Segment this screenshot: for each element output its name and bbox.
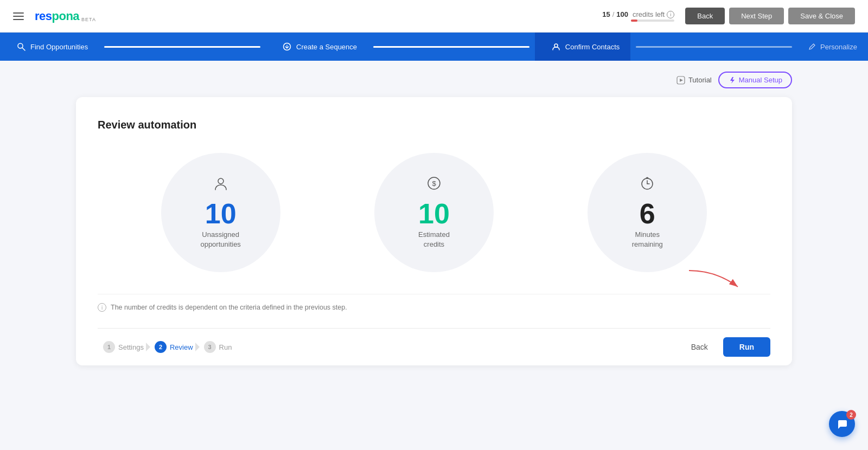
run-button[interactable]: Run <box>723 337 770 357</box>
step-run-label: Run <box>219 343 232 351</box>
step-settings: 1 Settings <box>98 341 149 353</box>
notice-text: The number of credits is dependent on th… <box>111 304 347 311</box>
manual-setup-label: Manual Setup <box>739 76 782 84</box>
wizard-connector-3 <box>636 46 792 48</box>
notice-row: i The number of credits is dependent on … <box>98 294 770 323</box>
stats-row: 10 Unassigned opportunities $ 10 Estimat… <box>98 153 770 272</box>
contacts-icon <box>551 42 561 52</box>
stat-minutes-number: 6 <box>640 200 655 228</box>
stat-minutes-label: Minutes remaining <box>632 230 663 249</box>
wizard-connector-1 <box>104 46 260 48</box>
wizard-step-contacts[interactable]: Confirm Contacts <box>535 33 630 61</box>
wizard-step-contacts-label: Confirm Contacts <box>565 43 620 51</box>
svg-point-3 <box>554 44 558 47</box>
tutorial-button[interactable]: Tutorial <box>676 76 712 85</box>
notice-icon: i <box>98 303 106 312</box>
stat-credits-label: Estimated credits <box>418 230 450 249</box>
svg-text:$: $ <box>432 179 436 188</box>
svg-marker-5 <box>680 79 683 82</box>
credits-bar <box>631 20 637 22</box>
credits-label: credits left <box>633 10 665 18</box>
chat-badge: 2 <box>846 410 856 420</box>
stat-credits: $ 10 Estimated credits <box>374 153 494 272</box>
hamburger-menu[interactable] <box>13 12 24 20</box>
tutorial-label: Tutorial <box>688 76 712 84</box>
logo-pona: pona <box>52 9 80 23</box>
stat-credits-number: 10 <box>418 200 450 228</box>
navbar: respona BETA 15 / 100 credits left i Bac… <box>0 0 868 33</box>
logo-res: res <box>35 9 52 23</box>
review-title: Review automation <box>98 119 770 131</box>
review-card: Review automation 10 Unassigned opportun… <box>76 97 792 365</box>
wizard-steps: Find Opportunities Create a Sequence Con… <box>0 33 797 61</box>
step-review: 2 Review <box>149 341 199 353</box>
footer-back-button[interactable]: Back <box>682 338 717 356</box>
stat-unassigned: 10 Unassigned opportunities <box>161 153 280 272</box>
chat-bubble[interactable]: 2 <box>829 411 855 437</box>
logo: respona BETA <box>35 9 96 23</box>
back-button[interactable]: Back <box>685 8 725 24</box>
svg-point-6 <box>218 178 224 184</box>
credits-info-icon[interactable]: i <box>667 11 674 18</box>
person-icon <box>213 176 228 194</box>
step-review-label: Review <box>170 343 193 351</box>
main-content: Tutorial Manual Setup Review automation … <box>0 61 868 376</box>
wizard-step-find[interactable]: Find Opportunities <box>0 33 99 61</box>
manual-setup-button[interactable]: Manual Setup <box>718 72 792 88</box>
step-review-num: 2 <box>155 341 167 353</box>
card-footer: 1 Settings 2 Review 3 Run Back Run <box>98 328 770 365</box>
stat-unassigned-label: Unassigned opportunities <box>200 230 240 249</box>
wizard-connector-2 <box>373 46 529 48</box>
chat-icon <box>836 418 848 430</box>
wizard-step-sequence-label: Create a Sequence <box>296 43 357 51</box>
credits-info: 15 / 100 credits left i <box>602 10 674 22</box>
wizard-step-find-label: Find Opportunities <box>30 43 88 51</box>
stat-unassigned-number: 10 <box>205 200 237 228</box>
credits-total: 100 <box>616 10 628 18</box>
dollar-icon: $ <box>426 176 442 194</box>
step-settings-label: Settings <box>118 343 144 351</box>
step-run-num: 3 <box>204 341 216 353</box>
svg-line-1 <box>22 48 25 50</box>
save-close-button[interactable]: Save & Close <box>788 8 855 24</box>
stat-minutes: 6 Minutes remaining <box>588 153 707 272</box>
lightning-icon <box>728 76 736 84</box>
credits-separator: / <box>612 10 615 18</box>
play-icon <box>676 76 685 85</box>
wizard-bar: Find Opportunities Create a Sequence Con… <box>0 33 868 61</box>
wizard-step-sequence[interactable]: Create a Sequence <box>266 33 368 61</box>
step-run: 3 Run <box>199 341 238 353</box>
clock-icon <box>640 176 655 194</box>
credits-bar-container <box>631 20 674 22</box>
edit-icon <box>808 43 816 50</box>
next-step-button[interactable]: Next Step <box>729 8 784 24</box>
wizard-step-personalize-label: Personalize <box>820 43 857 51</box>
sequence-icon <box>282 42 292 52</box>
top-actions: Tutorial Manual Setup <box>76 72 792 88</box>
logo-beta: BETA <box>81 17 96 22</box>
wizard-step-personalize[interactable]: Personalize <box>797 43 868 51</box>
footer-actions: Back Run <box>682 337 770 357</box>
step-settings-num: 1 <box>103 341 115 353</box>
credits-used: 15 <box>602 10 610 18</box>
step-indicators: 1 Settings 2 Review 3 Run <box>98 341 237 353</box>
search-icon <box>16 42 26 52</box>
